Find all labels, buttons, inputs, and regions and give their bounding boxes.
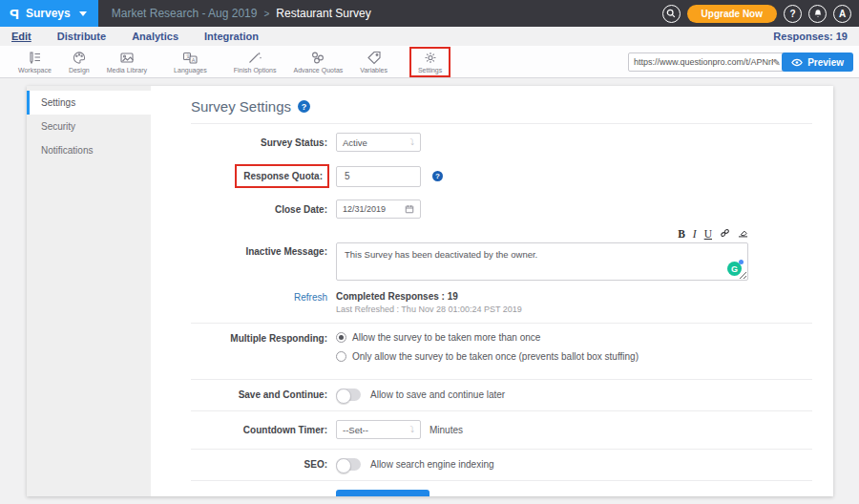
breadcrumb: Market Research - Aug 2019 > Restaurant … xyxy=(112,7,371,20)
save-continue-text: Allow to save and continue later xyxy=(370,389,505,400)
inactive-message-row: Inactive Message: B I U This Survey has … xyxy=(191,228,812,284)
divider xyxy=(191,323,812,324)
clear-format-button[interactable] xyxy=(738,228,748,240)
nav-tab-analytics[interactable]: Analytics xyxy=(132,31,178,42)
save-continue-toggle[interactable] xyxy=(336,388,361,401)
tool-finish-options[interactable]: Finish Options xyxy=(225,51,285,74)
search-button[interactable] xyxy=(662,5,681,23)
divider xyxy=(191,449,812,450)
top-header: P Surveys Market Research - Aug 2019 > R… xyxy=(0,0,859,27)
search-icon xyxy=(666,9,676,18)
image-icon xyxy=(119,51,135,65)
calendar-icon xyxy=(405,204,414,214)
chevron-down-icon: ⤵ xyxy=(410,137,415,147)
app-logo-menu[interactable]: P Surveys xyxy=(0,0,98,27)
seo-toggle[interactable] xyxy=(336,458,361,471)
divider xyxy=(191,480,812,481)
survey-toolbar: Workspace Design Media Library 文A Langua… xyxy=(0,46,859,78)
chevron-down-icon xyxy=(79,11,87,16)
underline-button[interactable]: U xyxy=(704,229,712,240)
close-date-field[interactable]: 12/31/2019 xyxy=(336,200,421,219)
bold-button[interactable]: B xyxy=(678,229,685,240)
notifications-button[interactable] xyxy=(808,5,827,23)
sidebar-item-security[interactable]: Security xyxy=(27,115,151,138)
tool-settings[interactable]: Settings xyxy=(409,47,450,77)
response-quota-input[interactable] xyxy=(336,166,421,187)
response-quota-row: Response Quota: ? xyxy=(191,164,812,188)
tool-variables[interactable]: Variables xyxy=(351,51,396,74)
countdown-timer-label: Countdown Timer: xyxy=(191,424,336,436)
seo-row: SEO: Allow search engine indexing xyxy=(191,458,812,471)
nav-tab-integration[interactable]: Integration xyxy=(204,31,259,42)
primary-nav: Edit Distribute Analytics Integration Re… xyxy=(0,27,859,46)
survey-status-select[interactable]: Active ⤵ xyxy=(336,133,421,152)
countdown-timer-select[interactable]: --Set-- ⤵ xyxy=(336,420,421,439)
nav-tab-edit[interactable]: Edit xyxy=(11,31,31,42)
inactive-message-textarea[interactable]: This Survey has been deactivated by the … xyxy=(336,242,748,281)
settings-sidebar: Settings Security Notifications xyxy=(27,86,151,496)
survey-status-row: Survey Status: Active ⤵ xyxy=(191,133,812,152)
divider xyxy=(191,379,812,380)
response-quota-help-icon[interactable]: ? xyxy=(432,171,443,181)
seo-text: Allow search engine indexing xyxy=(370,459,494,470)
magic-wand-icon xyxy=(247,51,262,65)
breadcrumb-separator: > xyxy=(263,9,269,19)
refresh-row: Refresh Completed Responses : 19 Last Re… xyxy=(191,291,812,314)
settings-main: Survey Settings ? Survey Status: Active … xyxy=(151,86,833,496)
last-refreshed-text: Last Refreshed : Thu Nov 28 01:00:24 PST… xyxy=(336,304,522,314)
radio-only-once[interactable]: Only allow the survey to be taken once (… xyxy=(336,351,639,362)
settings-card: Settings Security Notifications Survey S… xyxy=(27,86,833,496)
translate-icon: 文A xyxy=(182,51,199,65)
tag-icon xyxy=(367,51,382,65)
survey-url-field[interactable]: ✎ xyxy=(628,52,786,72)
edit-url-icon[interactable]: ✎ xyxy=(773,57,781,68)
save-continue-label: Save and Continue: xyxy=(191,388,336,401)
link-button[interactable] xyxy=(720,228,730,240)
tool-workspace[interactable]: Workspace xyxy=(10,51,60,74)
divider xyxy=(191,123,812,124)
survey-url-input[interactable] xyxy=(634,57,773,67)
responses-count[interactable]: Responses: 19 xyxy=(773,31,848,42)
help-button[interactable]: ? xyxy=(784,5,802,23)
tool-media-library[interactable]: Media Library xyxy=(98,51,156,74)
palette-icon xyxy=(72,51,87,65)
refresh-link[interactable]: Refresh xyxy=(294,292,327,303)
svg-text:文: 文 xyxy=(185,53,191,59)
save-continue-row: Save and Continue: Allow to save and con… xyxy=(191,388,812,401)
avatar[interactable]: A xyxy=(833,5,851,23)
countdown-minutes-text: Minutes xyxy=(430,425,463,435)
tool-languages[interactable]: 文A Languages xyxy=(165,51,216,74)
sidebar-item-notifications[interactable]: Notifications xyxy=(27,138,151,162)
response-quota-label-highlight: Response Quota: xyxy=(235,164,329,188)
countdown-timer-row: Countdown Timer: --Set-- ⤵ Minutes xyxy=(191,420,812,439)
divider xyxy=(191,410,812,411)
questionpro-logo-icon: P xyxy=(10,6,19,22)
survey-settings-help-icon[interactable]: ? xyxy=(298,100,310,113)
radio-allow-multiple[interactable]: Allow the survey to be taken more than o… xyxy=(336,332,639,343)
survey-status-label: Survey Status: xyxy=(191,136,336,149)
multiple-responding-row: Multiple Responding: Allow the survey to… xyxy=(191,332,812,370)
breadcrumb-parent[interactable]: Market Research - Aug 2019 xyxy=(112,7,258,20)
save-changes-button[interactable]: Save Changes xyxy=(336,490,430,496)
radio-unchecked-icon xyxy=(336,351,346,362)
upgrade-now-button[interactable]: Upgrade Now xyxy=(687,5,777,23)
link-icon xyxy=(720,228,730,238)
eye-icon xyxy=(791,58,803,67)
seo-label: SEO: xyxy=(191,458,336,471)
grammarly-icon: G xyxy=(727,262,742,276)
italic-button[interactable]: I xyxy=(693,229,697,240)
page-title: Survey Settings xyxy=(191,98,291,115)
tool-design[interactable]: Design xyxy=(60,51,98,74)
workspace-icon xyxy=(27,51,42,65)
editor-toolbar: B I U xyxy=(336,228,748,240)
nav-tab-distribute[interactable]: Distribute xyxy=(57,31,106,42)
eraser-icon xyxy=(738,228,748,238)
quota-links-icon xyxy=(310,51,325,65)
sidebar-item-settings[interactable]: Settings xyxy=(27,91,151,115)
radio-checked-icon xyxy=(336,332,346,343)
multiple-responding-label: Multiple Responding: xyxy=(191,332,336,345)
tool-advance-quotas[interactable]: Advance Quotas xyxy=(285,51,352,74)
preview-button[interactable]: Preview xyxy=(782,52,853,72)
close-date-row: Close Date: 12/31/2019 xyxy=(191,200,812,219)
gear-icon xyxy=(423,51,438,65)
